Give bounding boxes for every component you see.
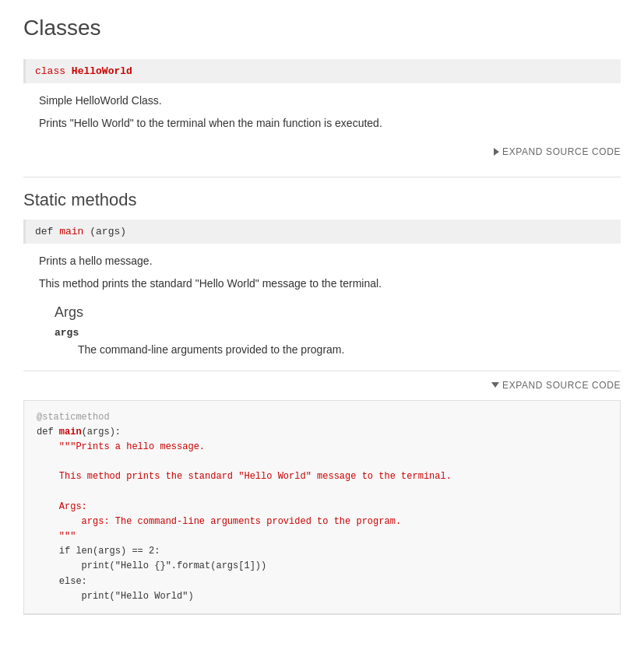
class-expand-source-row: EXPAND SOURCE CODE <box>23 139 621 164</box>
code-print-2: print("Hello World") <box>37 591 194 602</box>
code-if: if len(args) == 2: <box>37 546 160 557</box>
class-keyword: class <box>35 65 65 77</box>
code-string-5: """ <box>37 531 76 542</box>
method-expand-label: EXPAND SOURCE CODE <box>502 380 621 391</box>
code-string-1: """Prints a hello message. <box>37 441 205 452</box>
code-line-2: def main(args): <box>37 425 607 440</box>
arg-description: The command-line arguments provided to t… <box>55 342 621 358</box>
method-desc-1: Prints a hello message. <box>39 253 621 269</box>
def-keyword: def <box>35 226 53 237</box>
code-line-1: @staticmethod <box>37 410 607 425</box>
method-name: main <box>59 226 83 237</box>
class-name: HelloWorld <box>72 65 132 77</box>
static-methods-heading: Static methods <box>23 190 621 210</box>
code-line-4 <box>37 455 607 469</box>
code-line-9: """ <box>37 529 607 544</box>
args-section: Args args The command-line arguments pro… <box>39 304 621 358</box>
method-signature: def main (args) <box>23 220 621 244</box>
method-expand-source-button[interactable]: EXPAND SOURCE CODE <box>491 380 621 391</box>
args-heading: Args <box>55 304 621 321</box>
arg-name: args <box>55 327 621 339</box>
code-line-8: args: The command-line arguments provide… <box>37 515 607 529</box>
class-block: class HelloWorld Simple HelloWorld Class… <box>23 59 621 164</box>
class-desc-1: Simple HelloWorld Class. <box>39 93 621 109</box>
code-def-keyword: def <box>37 427 59 437</box>
static-methods-section: Static methods def main (args) Prints a … <box>23 190 621 615</box>
code-line-7: Args: <box>37 500 607 515</box>
code-line-11: print("Hello {}".format(args[1])) <box>37 559 607 574</box>
code-funcname: main <box>59 427 82 437</box>
class-expand-source-button[interactable]: EXPAND SOURCE CODE <box>494 146 621 157</box>
method-desc-2: This method prints the standard "Hello W… <box>39 276 621 292</box>
page-title: Classes <box>23 16 621 47</box>
code-line-13: print("Hello World") <box>37 589 607 604</box>
code-line-5: This method prints the standard "Hello W… <box>37 469 607 484</box>
class-description: Simple HelloWorld Class. Prints "Hello W… <box>23 93 621 132</box>
code-line-10: if len(args) == 2: <box>37 544 607 559</box>
collapse-triangle-icon <box>491 382 499 388</box>
code-string-4: args: The command-line arguments provide… <box>37 516 401 527</box>
class-signature: class HelloWorld <box>23 59 621 83</box>
section-divider <box>23 177 621 177</box>
source-code-container: EXPAND SOURCE CODE @staticmethod def mai… <box>23 371 621 615</box>
code-else: else: <box>37 576 87 587</box>
code-print-1: print("Hello {}".format(args[1])) <box>37 560 266 571</box>
method-collapse-source-row: EXPAND SOURCE CODE <box>23 371 621 397</box>
code-line-12: else: <box>37 574 607 589</box>
code-args: (args): <box>82 427 121 437</box>
code-decorator: @staticmethod <box>37 412 110 423</box>
source-code-block: @staticmethod def main(args): """Prints … <box>23 400 621 614</box>
code-string-3: Args: <box>37 501 87 512</box>
code-line-6 <box>37 484 607 499</box>
class-expand-label: EXPAND SOURCE CODE <box>502 146 621 157</box>
code-string-2: This method prints the standard "Hello W… <box>37 471 452 482</box>
code-line-3: """Prints a hello message. <box>37 440 607 455</box>
method-args: (args) <box>90 226 126 237</box>
expand-triangle-icon <box>494 148 499 156</box>
class-desc-2: Prints "Hello World" to the terminal whe… <box>39 115 621 132</box>
method-description: Prints a hello message. This method prin… <box>23 253 621 358</box>
